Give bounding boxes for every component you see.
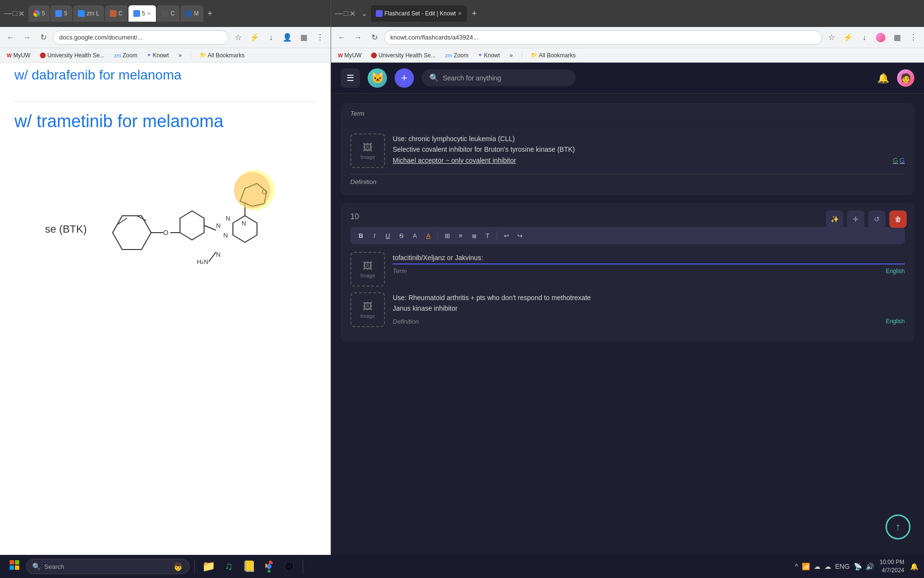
right-tab-close[interactable]: ✕ xyxy=(458,11,462,17)
extension-btn[interactable]: ⚡ xyxy=(248,31,261,44)
forward-btn[interactable]: → xyxy=(20,31,34,44)
toolbar-italic[interactable]: I xyxy=(369,230,380,241)
tab-4[interactable]: C xyxy=(105,5,128,22)
bookmark-star[interactable]: ☆ xyxy=(231,31,245,44)
tab-5-close[interactable]: ✕ xyxy=(147,11,151,17)
taskbar-settings[interactable]: ⚙ xyxy=(281,558,298,575)
start-button[interactable] xyxy=(6,558,23,575)
taskbar-cloud-icon[interactable]: ☁ xyxy=(814,563,821,570)
right-bookmark-zoom[interactable]: zm Zoom xyxy=(442,51,471,60)
toolbar-strikethrough[interactable]: S xyxy=(396,230,407,241)
notification-center[interactable]: 🔔 xyxy=(910,563,918,570)
right-bookmark-myuw[interactable]: W MyUW xyxy=(335,51,364,60)
right-new-tab-btn[interactable]: + xyxy=(469,9,480,19)
card-9-text-area: Use: chronic lymphocytic leukemia (CLL) … xyxy=(393,133,905,166)
right-downloads-btn[interactable]: ↓ xyxy=(858,31,871,44)
address-bar[interactable] xyxy=(53,30,229,45)
doc-subtitle: w/ trametinib for melanoma xyxy=(14,111,316,131)
tab-7[interactable]: M xyxy=(180,5,204,22)
right-bookmark-star[interactable]: ☆ xyxy=(825,31,838,44)
right-bookmark-knowt[interactable]: ✦ Knowt xyxy=(475,51,502,60)
right-extension-btn[interactable]: ⚡ xyxy=(841,31,855,44)
toolbar-highlight[interactable]: A xyxy=(423,230,434,241)
card-10-flip-btn[interactable]: ↺ xyxy=(868,210,886,228)
right-sidebar-btn[interactable]: ▦ xyxy=(890,31,904,44)
toolbar-underline[interactable]: U xyxy=(382,230,394,241)
right-tab-knowt[interactable]: Flashcard Set - Edit | Knowt ✕ xyxy=(371,5,467,22)
right-more-menu[interactable]: ⋮ xyxy=(907,31,920,44)
taskbar-time[interactable]: 10:00 PM 4/7/2024 xyxy=(880,558,904,575)
bookmark-health[interactable]: University Health Se... xyxy=(37,51,107,60)
bookmark-more[interactable]: » xyxy=(176,51,185,60)
downloads-btn[interactable]: ↓ xyxy=(264,31,278,44)
toolbar-ordered-list[interactable]: ≣ xyxy=(468,230,480,241)
scroll-up-btn[interactable]: ↑ xyxy=(886,514,911,539)
tab-1[interactable]: 5 xyxy=(28,5,50,22)
tab-5-active[interactable]: 5 ✕ xyxy=(128,5,156,22)
tab-5-label: 5 xyxy=(142,10,145,17)
reload-btn[interactable]: ↻ xyxy=(37,31,50,44)
bookmark-knowt[interactable]: ✦ Knowt xyxy=(144,51,171,60)
user-avatar[interactable]: 🧑 xyxy=(897,69,914,87)
card-10-def-line-1: Use: Rheumatoid arthritis + pts who don'… xyxy=(393,292,905,303)
knowt-add-btn[interactable]: + xyxy=(395,68,414,88)
taskbar-search[interactable]: 🔍 Search 👦 xyxy=(26,559,190,574)
bookmark-myuw[interactable]: W MyUW xyxy=(4,51,33,60)
toolbar-heading[interactable]: T xyxy=(482,230,493,241)
right-forward-btn[interactable]: → xyxy=(351,31,365,44)
right-tab-list-btn[interactable]: ⌄ xyxy=(361,10,367,17)
card-10-number: 10 xyxy=(350,212,905,221)
profile-btn[interactable]: 👤 xyxy=(281,31,294,44)
right-bookmark-more[interactable]: » xyxy=(507,51,516,60)
toolbar-redo[interactable]: ↪ xyxy=(514,230,526,241)
right-bookmarks-bar: W MyUW University Health Se... zm Zoom ✦… xyxy=(331,48,924,63)
knowt-search-bar[interactable]: 🔍 Search for anything xyxy=(422,69,576,86)
window-close-btn[interactable]: ✕ xyxy=(18,9,25,18)
tab-3[interactable]: zm L xyxy=(73,5,104,22)
card-9-image-placeholder[interactable]: 🖼 Image xyxy=(350,133,385,168)
toolbar-table[interactable]: ⊞ xyxy=(441,230,453,241)
notification-bell[interactable]: 🔔 xyxy=(877,72,889,84)
card-10-term-image[interactable]: 🖼 Image xyxy=(350,252,385,287)
right-address-bar[interactable] xyxy=(384,30,822,45)
card-10-def-image[interactable]: 🖼 Image xyxy=(350,292,385,327)
right-bookmark-health[interactable]: University Health Se... xyxy=(368,51,438,60)
new-tab-btn[interactable]: + xyxy=(205,9,216,19)
card-10-delete-btn[interactable]: 🗑 xyxy=(889,210,907,228)
right-back-btn[interactable]: ← xyxy=(335,31,348,44)
right-window-minimize[interactable]: — xyxy=(335,9,343,18)
taskbar-onedrive-icon[interactable]: ☁ xyxy=(824,563,831,570)
sidebar-btn[interactable]: ▦ xyxy=(297,31,310,44)
toolbar-unordered-list[interactable]: ≡ xyxy=(455,230,466,241)
toolbar-font-color[interactable]: A xyxy=(409,230,421,241)
window-maximize-btn[interactable]: □ xyxy=(13,9,17,18)
card-9-line-2: Selective covalent inhibitor for Bruton'… xyxy=(393,144,905,155)
bookmark-zoom[interactable]: zm Zoom xyxy=(111,51,140,60)
taskbar-network-icon[interactable]: 📶 xyxy=(802,563,810,570)
back-btn[interactable]: ← xyxy=(4,31,17,44)
right-bookmark-all[interactable]: 📁 All Bookmarks xyxy=(528,51,579,60)
bookmark-all[interactable]: 📁 All Bookmarks xyxy=(197,51,248,60)
right-reload-btn[interactable]: ↻ xyxy=(368,31,381,44)
card-10-term-lang: English xyxy=(886,268,905,275)
more-menu-btn[interactable]: ⋮ xyxy=(313,31,327,44)
right-window-close[interactable]: ✕ xyxy=(349,9,356,18)
card-10-magic-btn[interactable]: ✨ xyxy=(826,210,843,228)
toolbar-bold[interactable]: B xyxy=(355,230,367,241)
taskbar-spotify[interactable]: ♫ xyxy=(220,558,237,575)
knowt-menu-btn[interactable]: ☰ xyxy=(341,68,360,88)
right-window-maximize[interactable]: □ xyxy=(344,9,348,18)
taskbar-chrome[interactable] xyxy=(260,558,278,575)
taskbar-up-arrow[interactable]: ^ xyxy=(795,563,798,570)
right-profile-btn[interactable] xyxy=(874,31,887,44)
taskbar-volume[interactable]: 🔊 xyxy=(866,563,874,570)
card-10-term-input[interactable] xyxy=(393,252,905,264)
tab-2[interactable]: 5 xyxy=(51,5,72,22)
window-minimize-btn[interactable]: — xyxy=(4,9,12,18)
taskbar-wifi[interactable]: 📡 xyxy=(854,563,862,570)
tab-6[interactable]: C xyxy=(157,5,180,22)
toolbar-undo[interactable]: ↩ xyxy=(500,230,512,241)
taskbar-file-explorer[interactable]: 📁 xyxy=(200,558,217,575)
taskbar-onenote[interactable]: 📒 xyxy=(240,558,257,575)
card-10-move-btn[interactable]: ✛ xyxy=(847,210,864,228)
